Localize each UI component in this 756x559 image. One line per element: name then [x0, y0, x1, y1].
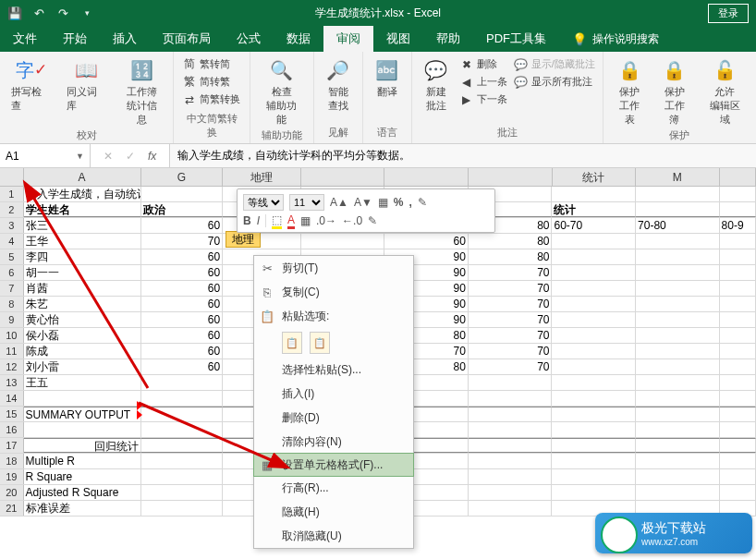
- new-comment-button[interactable]: 💬新建 批注: [420, 55, 453, 115]
- cell[interactable]: 60: [141, 297, 224, 311]
- cell[interactable]: [636, 265, 720, 280]
- cell[interactable]: [720, 438, 756, 453]
- ctx-cut[interactable]: ✂剪切(T): [254, 256, 413, 280]
- cell[interactable]: [720, 359, 756, 374]
- cell[interactable]: 黄心怡: [24, 312, 141, 327]
- clear-format-icon[interactable]: ✎: [368, 214, 377, 227]
- cell[interactable]: [636, 469, 720, 484]
- ctx-unhide[interactable]: 取消隐藏(U): [254, 524, 413, 548]
- workbook-stats-button[interactable]: 🔢工作簿 统计信息: [117, 55, 165, 128]
- cell[interactable]: [636, 344, 720, 358]
- row-header[interactable]: 20: [0, 485, 24, 500]
- show-all-comments[interactable]: 💬显示所有批注: [515, 75, 595, 89]
- comma-icon[interactable]: ,: [408, 196, 411, 209]
- cell[interactable]: [636, 234, 720, 249]
- cell[interactable]: [720, 391, 756, 406]
- fill-color-button[interactable]: ⬚: [272, 213, 282, 229]
- check-accessibility-button[interactable]: 🔍检查 辅助功能: [258, 55, 306, 128]
- thesaurus-button[interactable]: 📖同义词库: [63, 55, 111, 115]
- cell[interactable]: [636, 187, 720, 201]
- decimal-dec-icon[interactable]: ←.0: [342, 214, 362, 227]
- cell[interactable]: [720, 202, 756, 217]
- cell[interactable]: 60: [141, 249, 224, 264]
- tab-pdftools[interactable]: PDF工具集: [473, 26, 559, 52]
- cell[interactable]: [636, 485, 720, 500]
- protect-workbook-button[interactable]: 🔒保护 工作簿: [655, 55, 693, 128]
- cell[interactable]: [720, 344, 756, 358]
- cell[interactable]: [552, 249, 636, 264]
- cell[interactable]: [469, 422, 553, 437]
- cell[interactable]: [552, 187, 636, 201]
- cell[interactable]: [552, 469, 636, 484]
- select-all-corner[interactable]: [0, 168, 24, 186]
- cell[interactable]: [141, 391, 224, 406]
- cell-format-icon[interactable]: ▦: [378, 196, 388, 209]
- cell[interactable]: 70: [469, 359, 553, 374]
- cell[interactable]: 张三: [24, 218, 141, 233]
- cell[interactable]: [720, 312, 756, 327]
- cell[interactable]: [636, 312, 720, 327]
- cell[interactable]: [720, 454, 756, 468]
- cell[interactable]: 60: [384, 234, 469, 249]
- format-painter-icon[interactable]: ✎: [418, 196, 427, 209]
- cell[interactable]: 60: [141, 281, 224, 296]
- cell[interactable]: 70: [469, 328, 553, 343]
- cell[interactable]: [720, 485, 756, 500]
- row-header[interactable]: 4: [0, 234, 24, 249]
- prev-comment[interactable]: ◀上一条: [460, 75, 507, 89]
- row-header[interactable]: 14: [0, 391, 24, 406]
- cell[interactable]: [720, 375, 756, 390]
- cell[interactable]: [24, 391, 141, 406]
- cell[interactable]: [720, 234, 756, 249]
- cell[interactable]: 70: [469, 265, 553, 280]
- cell[interactable]: [552, 297, 636, 311]
- cn-to-traditional[interactable]: 繁简转繁: [183, 75, 240, 89]
- cell[interactable]: 80-9: [720, 218, 756, 233]
- cell[interactable]: 70-80: [636, 218, 720, 233]
- decrease-font-icon[interactable]: A▼: [354, 196, 372, 209]
- col-header-last[interactable]: [720, 168, 756, 186]
- cell[interactable]: [141, 407, 224, 421]
- col-header-3[interactable]: [301, 168, 385, 186]
- ctx-clear[interactable]: 清除内容(N): [254, 430, 413, 454]
- save-icon[interactable]: 💾: [7, 6, 22, 20]
- cn-to-simplified[interactable]: 简繁转简: [183, 57, 240, 71]
- cell[interactable]: 回归统计: [24, 438, 141, 453]
- cell[interactable]: 80: [469, 249, 553, 264]
- cell[interactable]: [552, 359, 636, 374]
- cell[interactable]: [469, 469, 553, 484]
- cell[interactable]: [552, 485, 636, 500]
- row-header[interactable]: 7: [0, 281, 24, 296]
- paste-option-normal[interactable]: 📋: [282, 332, 302, 354]
- cell[interactable]: 60: [141, 344, 224, 358]
- cell[interactable]: 70: [469, 281, 553, 296]
- cell[interactable]: 侯小磊: [24, 328, 141, 343]
- cell[interactable]: [720, 422, 756, 437]
- ctx-paste-special[interactable]: 选择性粘贴(S)...: [254, 358, 413, 382]
- cell[interactable]: [141, 469, 224, 484]
- fx-icon[interactable]: fx: [148, 150, 156, 163]
- namebox-dropdown-icon[interactable]: ▼: [76, 152, 84, 161]
- tab-pagelayout[interactable]: 页面布局: [150, 26, 224, 52]
- row-header[interactable]: 3: [0, 218, 24, 233]
- cell[interactable]: 胡一一: [24, 265, 141, 280]
- cell[interactable]: [552, 265, 636, 280]
- cell[interactable]: [720, 469, 756, 484]
- cell[interactable]: 刘小雷: [24, 359, 141, 374]
- bold-button[interactable]: B: [243, 214, 251, 227]
- cell[interactable]: 朱艺: [24, 297, 141, 311]
- tab-help[interactable]: 帮助: [423, 26, 473, 52]
- row-header[interactable]: 19: [0, 469, 24, 484]
- cell[interactable]: 80: [469, 234, 553, 249]
- protect-sheet-button[interactable]: 🔒保护 工作表: [611, 55, 649, 128]
- fontsize-select[interactable]: 11: [289, 194, 324, 211]
- tab-home[interactable]: 开始: [50, 26, 100, 52]
- cell[interactable]: [552, 312, 636, 327]
- cell[interactable]: [636, 359, 720, 374]
- cell[interactable]: 统计: [552, 202, 636, 217]
- tab-view[interactable]: 视图: [373, 26, 423, 52]
- col-header-A[interactable]: A: [24, 168, 141, 186]
- cell[interactable]: [141, 375, 224, 390]
- col-header-M[interactable]: M: [636, 168, 720, 186]
- cell[interactable]: 60: [141, 218, 224, 233]
